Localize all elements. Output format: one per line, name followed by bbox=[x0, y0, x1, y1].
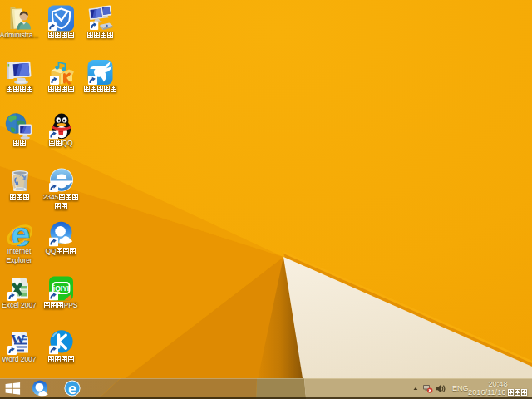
svg-text:e: e bbox=[68, 381, 76, 397]
svg-text:W: W bbox=[11, 331, 26, 347]
